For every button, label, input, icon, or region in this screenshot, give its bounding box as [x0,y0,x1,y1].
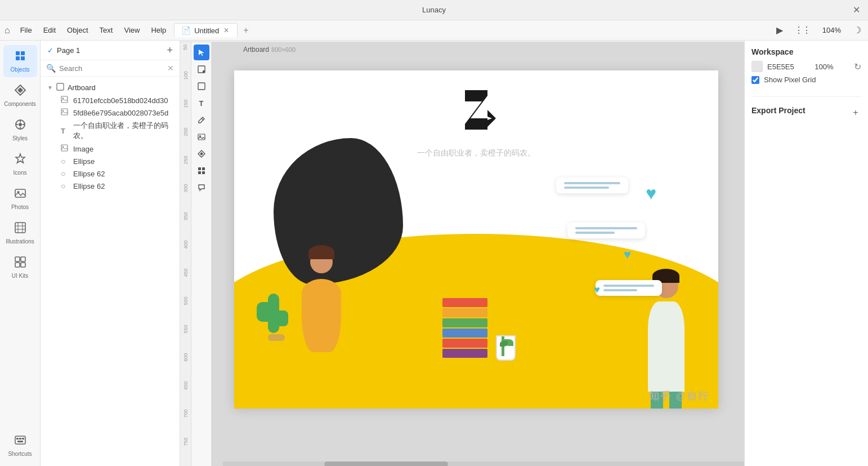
artboard-dimensions: 800×600 [271,46,296,53]
photos-label: Photos [11,204,29,210]
ruler-v-marks: 50 100 150 200 250 300 350 400 450 500 5… [181,42,190,466]
tab-close-icon[interactable]: ✕ [222,26,230,34]
search-clear-icon[interactable]: ✕ [167,64,174,73]
tool-scale[interactable] [194,61,209,77]
page-item[interactable]: ✓ Page 1 [47,46,80,55]
components-label: Components [4,101,36,107]
svg-rect-22 [21,263,25,267]
workspace-color-swatch[interactable] [751,61,763,72]
toolbar-right: ▶ ⋮⋮ 104% ☽ [774,23,863,38]
cactus [268,294,285,341]
layer-img1-label: 61701efccb0e518bd024dd30 [73,96,168,105]
menu-file[interactable]: File [15,24,38,37]
layer-item-img2[interactable]: 5fd8e6e795acab0028073e5d [45,106,173,119]
svg-rect-53 [198,171,201,174]
artboard-label: Artboard [68,83,96,92]
tool-rect[interactable] [194,78,209,94]
workspace-section: Workspace E5E5E5 100% ↻ Show Pixel Grid [751,47,861,87]
layer-item-img3[interactable]: Image [45,143,173,155]
canvas-viewport[interactable]: Artboard 800×600 [212,42,744,466]
export-title: Export Project [751,106,806,115]
menu-text[interactable]: Text [94,24,119,37]
tab-label: Untitled [194,26,219,35]
svg-point-48 [199,135,201,137]
page-check-icon: ✓ [47,46,53,55]
close-button[interactable]: ✕ [853,6,860,15]
menu-edit[interactable]: Edit [38,24,61,37]
icon-sidebar-bottom: Shortcuts [3,429,37,461]
pixel-grid-checkbox[interactable] [751,76,759,84]
ruler-v-mark: 750 [181,439,190,466]
svg-rect-19 [15,257,20,261]
sidebar-item-components[interactable]: Components [3,79,37,112]
layers-header: ✓ Page 1 + [41,41,180,60]
canvas-body: 50 100 150 200 250 300 350 400 450 500 5… [180,42,744,466]
sidebar-item-shortcuts[interactable]: Shortcuts [3,429,37,461]
layer-ellipse-icon-3: ○ [61,181,70,190]
sidebar-item-illustrations[interactable]: Illustrations [3,217,37,249]
svg-rect-24 [16,438,19,440]
artboard-group-header[interactable]: ▼ Artbo [45,81,173,94]
svg-rect-20 [21,257,25,261]
zoom-control[interactable]: 104% [819,25,844,35]
sidebar-item-photos[interactable]: Photos [3,183,37,215]
tool-pen[interactable] [194,112,209,128]
sidebar-item-uikits[interactable]: UI Kits [3,251,37,283]
play-button[interactable]: ▶ [774,23,785,38]
home-icon[interactable]: ⌂ [5,25,10,35]
panel-divider [751,96,861,97]
dark-mode-icon[interactable]: ☽ [851,23,863,38]
export-add-button[interactable]: + [850,107,861,118]
add-tab-button[interactable]: + [239,23,253,38]
svg-marker-5 [17,87,23,93]
search-input[interactable] [59,64,164,73]
layer-item-ellipse1[interactable]: ○ Ellipse [45,155,173,167]
shortcuts-label: Shortcuts [8,451,32,457]
svg-rect-39 [61,109,68,115]
main-layout: Objects Components [0,41,868,466]
layer-text-icon: T [61,127,70,135]
layer-item-ellipse2[interactable]: ○ Ellipse 62 [45,167,173,180]
svg-rect-1 [21,51,25,55]
svg-rect-41 [61,145,68,151]
tool-grid[interactable] [194,163,209,179]
svg-marker-50 [200,152,203,156]
layer-item-img1[interactable]: 61701efccb0e518bd024dd30 [45,94,173,106]
add-page-button[interactable]: + [167,45,173,55]
pixel-grid-label: Show Pixel Grid [764,76,816,84]
menu-view[interactable]: View [118,24,145,37]
refresh-icon[interactable]: ↻ [854,61,861,72]
menu-help[interactable]: Help [145,24,172,37]
artboard: 一个自由职业者，卖橙子的码农。 [234,70,718,409]
tool-component[interactable] [194,146,209,162]
subtitle-text: 一个自由职业者，卖橙子的码农。 [417,148,535,158]
illustrations-icon [14,221,26,237]
logo-area [454,87,499,137]
svg-point-38 [62,97,64,99]
sidebar-item-objects[interactable]: Objects [3,45,37,77]
workspace-color-row: E5E5E5 100% ↻ [751,61,861,72]
grid-apps-icon[interactable]: ⋮⋮ [792,23,812,38]
sidebar-item-styles[interactable]: Styles [3,114,37,146]
svg-rect-28 [57,83,64,90]
svg-rect-14 [15,223,25,233]
menu-object[interactable]: Object [61,24,94,37]
page-label: Page 1 [57,46,80,55]
tab-untitled[interactable]: 📄 Untitled ✕ [174,23,238,37]
layers-panel: ✓ Page 1 + 🔍 ✕ ▼ [41,41,180,466]
h-scrollbar-thumb[interactable] [324,461,448,466]
artboard-name-label: Artboard [243,46,269,54]
uikits-label: UI Kits [12,273,28,279]
photos-icon [14,187,26,202]
h-scrollbar[interactable] [223,461,744,466]
tool-select[interactable] [194,45,209,60]
layer-item-txt1[interactable]: T 一个自由职业者，卖橙子的码农。 [45,119,173,143]
sidebar-item-icons[interactable]: Icons [3,148,37,180]
tool-text[interactable]: T [194,95,209,111]
svg-rect-26 [22,438,24,440]
ruler-v-mark: 700 [181,411,190,439]
svg-rect-21 [15,263,20,267]
tool-comment[interactable] [194,180,209,196]
tool-image[interactable] [194,129,209,145]
layer-item-ellipse3[interactable]: ○ Ellipse 62 [45,180,173,192]
